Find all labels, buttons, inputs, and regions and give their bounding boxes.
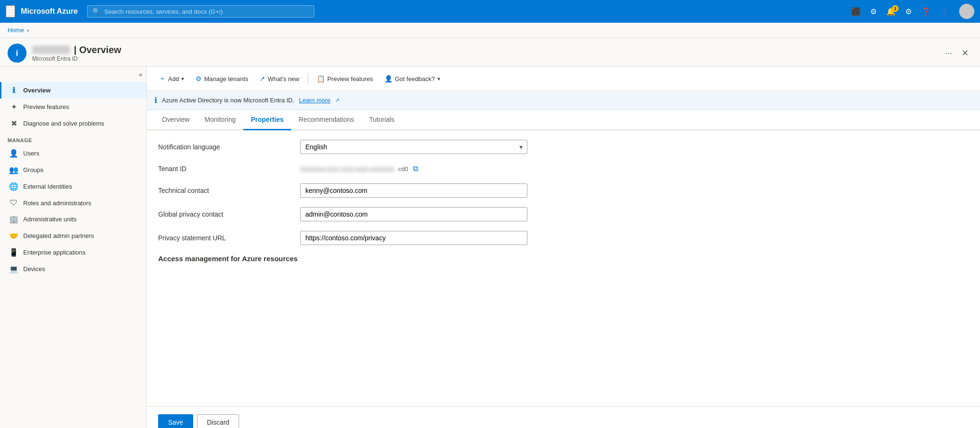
privacy-statement-url-label: Privacy statement URL	[158, 234, 291, 242]
privacy-statement-url-input[interactable]	[300, 231, 527, 245]
sidebar-item-admin-units[interactable]: 🏢 Administrative units	[0, 211, 146, 228]
manage-section-label: Manage	[0, 132, 146, 145]
sidebar-item-preview-features[interactable]: ✦ Preview features	[0, 99, 146, 115]
tenant-name-blurred	[32, 46, 70, 54]
nav-icons: ⬛ ⚙ 🔔 1 ⚙ ❓ 👤	[847, 4, 974, 19]
feedback-button[interactable]: 👤	[936, 4, 953, 19]
breadcrumb-home[interactable]: Home	[8, 27, 24, 34]
sidebar-item-overview[interactable]: ℹ Overview	[0, 82, 146, 99]
tab-tutorials[interactable]: Tutorials	[362, 110, 402, 130]
sidebar-item-roles-administrators[interactable]: 🛡 Roles and administrators	[0, 195, 146, 211]
page-subtitle: Microsoft Entra ID	[32, 55, 121, 62]
tab-overview[interactable]: Overview	[154, 110, 197, 130]
hamburger-menu[interactable]: ☰	[6, 5, 15, 18]
tenant-id-value: xxxxxxxx-xxxx-xxxx-xxxx-xxxxxxxx	[300, 165, 394, 173]
tab-recommendations[interactable]: Recommendations	[291, 110, 362, 130]
tenant-id-label: Tenant ID	[158, 165, 291, 173]
save-button[interactable]: Save	[158, 414, 193, 428]
sidebar-item-diagnose[interactable]: ✖ Diagnose and solve problems	[0, 115, 146, 132]
whats-new-icon: ↗	[259, 75, 265, 82]
technical-contact-row: Technical contact	[158, 183, 969, 198]
groups-icon: 👥	[9, 165, 18, 174]
manage-tenants-button[interactable]: ⚙ Manage tenants	[191, 72, 253, 85]
sidebar-item-devices[interactable]: 💻 Devices	[0, 261, 146, 277]
preview-features-button[interactable]: 📋 Preview features	[312, 72, 378, 85]
external-link-icon: ↗	[335, 97, 339, 103]
sidebar-item-enterprise-apps[interactable]: 📱 Enterprise applications	[0, 244, 146, 261]
global-privacy-contact-label: Global privacy contact	[158, 210, 291, 218]
feedback-icon: 👤	[384, 75, 392, 82]
breadcrumb-separator: ›	[27, 27, 29, 34]
technical-contact-input[interactable]	[300, 183, 527, 198]
tabs: Overview Monitoring Properties Recommend…	[147, 110, 980, 130]
cloud-shell-button[interactable]: ⬛	[847, 4, 864, 19]
delegated-admin-icon: 🤝	[9, 231, 18, 240]
devices-icon: 💻	[9, 264, 18, 273]
notification-language-select-wrapper: English ▾	[300, 140, 527, 154]
enterprise-apps-icon: 📱	[9, 248, 18, 257]
feedback-chevron-icon: ▾	[437, 76, 440, 82]
search-icon: 🔍	[92, 8, 100, 15]
tab-monitoring[interactable]: Monitoring	[197, 110, 243, 130]
notification-language-row: Notification language English ▾	[158, 140, 969, 154]
info-banner: ℹ Azure Active Directory is now Microsof…	[147, 91, 980, 110]
got-feedback-button[interactable]: 👤 Got feedback? ▾	[380, 72, 445, 85]
tenants-icon: ⚙	[196, 75, 202, 82]
brand-label: Microsoft Azure	[21, 7, 78, 16]
preview-features-icon: ✦	[9, 102, 18, 111]
tenant-id-container: xxxxxxxx-xxxx-xxxx-xxxx-xxxxxxxx cd0 ⧉	[300, 164, 419, 174]
admin-units-icon: 🏢	[9, 215, 18, 224]
breadcrumb: Home ›	[0, 23, 980, 38]
tab-properties[interactable]: Properties	[243, 110, 291, 130]
notifications-button[interactable]: 🔔 1	[882, 4, 900, 19]
page-header-actions: ··· ✕	[941, 46, 972, 60]
toolbar: ＋ Add ▾ ⚙ Manage tenants ↗ What's new 📋 …	[147, 67, 980, 91]
sidebar-collapse-button[interactable]: «	[135, 67, 146, 82]
global-privacy-contact-input[interactable]	[300, 207, 527, 221]
overview-icon: ℹ	[9, 86, 18, 95]
discard-button[interactable]: Discard	[197, 414, 239, 428]
close-button[interactable]: ✕	[958, 46, 972, 60]
external-identities-icon: 🌐	[9, 182, 18, 191]
diagnose-icon: ✖	[9, 119, 18, 128]
notification-badge: 1	[892, 5, 899, 12]
info-banner-icon: ℹ	[154, 96, 157, 105]
main-layout: « ℹ Overview ✦ Preview features ✖ Diagno…	[0, 67, 980, 428]
roles-icon: 🛡	[9, 199, 18, 207]
tenant-id-row: Tenant ID xxxxxxxx-xxxx-xxxx-xxxx-xxxxxx…	[158, 164, 969, 174]
add-button[interactable]: ＋ Add ▾	[154, 72, 189, 86]
learn-more-link[interactable]: Learn more	[299, 97, 330, 104]
search-bar: 🔍	[87, 5, 314, 18]
help-button[interactable]: ❓	[918, 4, 935, 19]
page-header-text: | Overview Microsoft Entra ID	[32, 45, 121, 62]
user-avatar[interactable]	[959, 4, 974, 19]
form-area: Notification language English ▾ Tenant I…	[147, 130, 980, 406]
preview-icon: 📋	[317, 75, 325, 82]
page-header: i | Overview Microsoft Entra ID ··· ✕	[0, 38, 980, 67]
toolbar-divider	[308, 73, 308, 84]
sidebar: « ℹ Overview ✦ Preview features ✖ Diagno…	[0, 67, 147, 428]
add-icon: ＋	[159, 74, 166, 83]
sidebar-item-external-identities[interactable]: 🌐 External Identities	[0, 178, 146, 195]
portal-settings-button[interactable]: ⚙	[866, 4, 881, 19]
sidebar-item-users[interactable]: 👤 Users	[0, 145, 146, 162]
ellipsis-button[interactable]: ···	[941, 46, 956, 60]
sidebar-item-groups[interactable]: 👥 Groups	[0, 162, 146, 178]
notification-language-select[interactable]: English	[300, 140, 527, 154]
copy-tenant-id-button[interactable]: ⧉	[412, 164, 419, 174]
add-chevron-icon: ▾	[181, 76, 184, 82]
technical-contact-label: Technical contact	[158, 187, 291, 194]
global-privacy-contact-row: Global privacy contact	[158, 207, 969, 221]
content-area: ＋ Add ▾ ⚙ Manage tenants ↗ What's new 📋 …	[147, 67, 980, 428]
whats-new-button[interactable]: ↗ What's new	[255, 72, 304, 85]
sidebar-item-delegated-admin[interactable]: 🤝 Delegated admin partners	[0, 228, 146, 244]
notification-language-label: Notification language	[158, 143, 291, 151]
users-icon: 👤	[9, 149, 18, 158]
page-title: | Overview	[74, 45, 121, 55]
info-banner-message: Azure Active Directory is now Microsoft …	[162, 97, 294, 104]
settings-button[interactable]: ⚙	[901, 4, 916, 19]
privacy-statement-url-row: Privacy statement URL	[158, 231, 969, 245]
page-icon: i	[8, 44, 27, 63]
form-footer: Save Discard	[147, 406, 980, 428]
search-input[interactable]	[104, 8, 309, 15]
